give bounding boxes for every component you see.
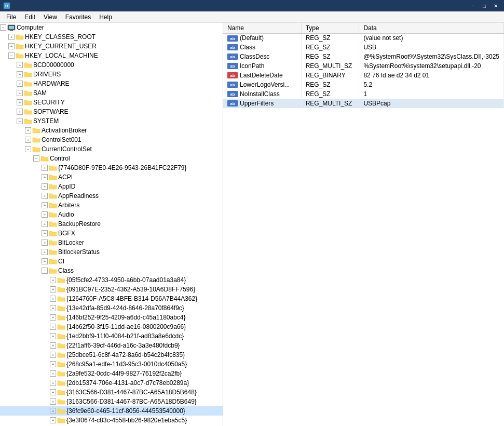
tree-item-node091b[interactable]: +{091BC97E-2352-4362-A539-10A6D8FF7596} [0, 285, 223, 294]
menu-item-file[interactable]: File [2, 12, 20, 22]
expand-btn-node146b[interactable]: + [50, 314, 56, 321]
tree-item-security[interactable]: +SECURITY [0, 98, 223, 107]
tree-item-node2a9f[interactable]: +{2a9fe532-0cdc-44f9-9827-76192f2ca2fb} [0, 369, 223, 378]
tree-item-hkey_current_user[interactable]: +HKEY_CURRENT_USER [0, 42, 223, 51]
expand-btn-computer[interactable]: − [0, 24, 6, 31]
tree-item-node05f5[interactable]: +{05f5cfe2-4733-4950-a6bb-07aad01a3a84} [0, 275, 223, 285]
tree-item-control[interactable]: −Control [0, 154, 223, 163]
close-button[interactable]: ✕ [491, 2, 501, 10]
tree-item-ci[interactable]: +CI [0, 257, 223, 266]
tree-item-node1ed2[interactable]: +{1ed2bbf9-11f0-4084-b21f-ad83a8e6dcdc} [0, 331, 223, 341]
expand-btn-node05f5[interactable]: + [50, 277, 56, 283]
menu-item-help[interactable]: Help [95, 12, 116, 22]
expand-btn-node36fc[interactable]: + [50, 408, 56, 414]
tree-item-node268c[interactable]: +{268c95a1-edfe-11d3-95c3-0010dc4050a5} [0, 360, 223, 369]
expand-btn-acpi[interactable]: + [42, 174, 48, 180]
expand-btn-hkey_current_user[interactable]: + [8, 43, 15, 49]
tree-item-class[interactable]: −Class [0, 266, 223, 275]
expand-btn-node3163b[interactable]: + [50, 398, 56, 405]
expand-btn-controlset001[interactable]: + [25, 137, 31, 143]
tree-item-bgfx[interactable]: +BGFX [0, 229, 223, 238]
value-row-2[interactable]: abClassDescREG_SZ@%SystemRoot%\System32\… [223, 52, 504, 61]
expand-btn-bcd00000000[interactable]: + [17, 62, 23, 68]
expand-btn-node14b6[interactable]: + [50, 324, 56, 330]
tree-item-node7746[interactable]: +{7746D80F-97E0-4E26-9543-26B41FC22F79} [0, 163, 223, 172]
expand-btn-security[interactable]: + [17, 99, 23, 105]
tree-item-currentcontrolset[interactable]: −CurrentControlSet [0, 144, 223, 154]
expand-btn-appid[interactable]: + [42, 183, 48, 190]
value-row-6[interactable]: abNoInstallClassREG_SZ1 [223, 89, 504, 99]
expand-btn-node2db1[interactable]: + [50, 380, 56, 386]
expand-btn-ci[interactable]: + [42, 258, 48, 264]
tree-item-appid[interactable]: +AppID [0, 182, 223, 191]
expand-btn-node1264[interactable]: + [50, 296, 56, 302]
tree-item-hkey_local_machine[interactable]: −HKEY_LOCAL_MACHINE [0, 51, 223, 60]
expand-btn-audio[interactable]: + [42, 211, 48, 218]
value-row-3[interactable]: abIconPathREG_MULTI_SZ%SystemRoot%\syste… [223, 61, 504, 71]
expand-btn-activationbroker[interactable]: + [25, 127, 31, 134]
tree-item-drivers[interactable]: +DRIVERS [0, 70, 223, 79]
expand-btn-node3e3f[interactable]: + [50, 417, 56, 423]
expand-btn-node1ed2[interactable]: + [50, 333, 56, 339]
tree-item-node22f1[interactable]: +{22f1aff6-39cf-446d-a16c-3a3e480fdcb9} [0, 341, 223, 350]
expand-btn-node091b[interactable]: + [50, 286, 56, 292]
tree-item-node14b6[interactable]: +{14b62f50-3f15-11dd-ae16-0800200c9a66} [0, 322, 223, 331]
tree-item-acpi[interactable]: +ACPI [0, 172, 223, 182]
expand-btn-node25db[interactable]: + [50, 352, 56, 358]
tree-item-computer[interactable]: −Computer [0, 23, 223, 32]
menu-item-view[interactable]: View [39, 12, 61, 22]
tree-item-controlset001[interactable]: +ControlSet001 [0, 135, 223, 144]
tree-panel[interactable]: −Computer+HKEY_CLASSES_ROOT+HKEY_CURRENT… [0, 23, 223, 426]
tree-item-bitlockerstatus[interactable]: +BitlockerStatus [0, 247, 223, 257]
expand-btn-backuprestore[interactable]: + [42, 221, 48, 227]
tree-item-system[interactable]: −SYSTEM [0, 116, 223, 126]
value-row-1[interactable]: abClassREG_SZUSB [223, 43, 504, 52]
tree-item-software[interactable]: +SOFTWARE [0, 107, 223, 116]
tree-item-node2db1[interactable]: +{2db15374-706e-4131-a0c7-d7c78eb0289a} [0, 378, 223, 388]
expand-btn-hkey_classes_root[interactable]: + [8, 34, 15, 40]
tree-item-sam[interactable]: +SAM [0, 88, 223, 98]
tree-item-node25db[interactable]: +{25dbce51-6c8f-4a72-8a6d-b54c2b4fc835} [0, 350, 223, 360]
tree-item-backuprestore[interactable]: +BackupRestore [0, 219, 223, 229]
tree-item-audio[interactable]: +Audio [0, 210, 223, 219]
expand-btn-sam[interactable]: + [17, 90, 23, 96]
tree-item-node1264[interactable]: +{1264760F-A5C8-4BFE-B314-D56A7B44A362} [0, 294, 223, 303]
tree-item-arbiters[interactable]: +Arbiters [0, 201, 223, 210]
expand-btn-appreadiness[interactable]: + [42, 193, 48, 199]
menu-item-edit[interactable]: Edit [20, 12, 39, 22]
expand-btn-system[interactable]: − [17, 118, 23, 124]
expand-btn-hkey_local_machine[interactable]: − [8, 52, 15, 59]
expand-btn-node268c[interactable]: + [50, 361, 56, 367]
expand-btn-node2a9f[interactable]: + [50, 370, 56, 377]
maximize-button[interactable]: □ [479, 2, 489, 10]
tree-item-node36fc[interactable]: +{36fc9e60-c465-11cf-8056-444553540000} [0, 406, 223, 416]
expand-btn-drivers[interactable]: + [17, 71, 23, 77]
expand-btn-hardware[interactable]: + [17, 81, 23, 87]
minimize-button[interactable]: − [468, 2, 478, 10]
tree-item-node3163a[interactable]: +{3163C566-D381-4467-87BC-A65A18D5B648} [0, 388, 223, 397]
tree-item-bcd00000000[interactable]: +BCD00000000 [0, 60, 223, 70]
value-row-0[interactable]: ab(Default)REG_SZ(value not set) [223, 33, 504, 43]
value-row-7[interactable]: abUpperFiltersREG_MULTI_SZUSBPcap [223, 99, 504, 108]
expand-btn-node22f1[interactable]: + [50, 342, 56, 349]
value-row-4[interactable]: abLastDeleteDateREG_BINARY82 76 fd ae d2… [223, 71, 504, 80]
tree-item-activationbroker[interactable]: +ActivationBroker [0, 126, 223, 135]
expand-btn-bgfx[interactable]: + [42, 230, 48, 236]
expand-btn-bitlocker[interactable]: + [42, 239, 48, 246]
expand-btn-control[interactable]: − [33, 155, 39, 162]
values-panel[interactable]: NameTypeData ab(Default)REG_SZ(value not… [223, 23, 504, 426]
expand-btn-currentcontrolset[interactable]: − [25, 146, 31, 152]
tree-item-node13e4[interactable]: +{13e42dfa-85d9-424d-8646-28a70f864f9c} [0, 303, 223, 313]
tree-item-hkey_classes_root[interactable]: +HKEY_CLASSES_ROOT [0, 32, 223, 42]
expand-btn-bitlockerstatus[interactable]: + [42, 249, 48, 255]
tree-item-node3163b[interactable]: +{3163C566-D381-4467-87BC-A65A18D5B649} [0, 397, 223, 406]
value-row-5[interactable]: abLowerLogoVersi...REG_SZ5.2 [223, 80, 504, 89]
tree-item-bitlocker[interactable]: +BitLocker [0, 238, 223, 247]
expand-btn-node7746[interactable]: + [42, 165, 48, 171]
expand-btn-node3163a[interactable]: + [50, 389, 56, 395]
menu-item-favorites[interactable]: Favorites [61, 12, 95, 22]
expand-btn-software[interactable]: + [17, 109, 23, 115]
tree-item-appreadiness[interactable]: +AppReadiness [0, 191, 223, 201]
tree-item-node3e3f[interactable]: +{3e3f0674-c83c-4558-bb26-9820e1eba5c5} [0, 416, 223, 425]
tree-item-hardware[interactable]: +HARDWARE [0, 79, 223, 88]
